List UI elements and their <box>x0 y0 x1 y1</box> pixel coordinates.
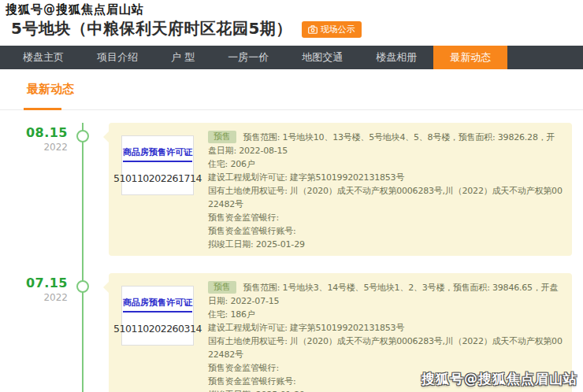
main-nav: 楼盘主页 项目介绍 户 型 一房一价 地图交通 楼盘相册 最新动态 <box>0 46 583 69</box>
presale-certificate: 商品房预售许可证 510110202260314 <box>121 286 194 346</box>
entry-date: 08.15 2022 <box>0 125 68 153</box>
card-arrow <box>103 282 109 293</box>
presale-badge: 预售 <box>208 131 236 143</box>
card-arrow <box>103 131 109 142</box>
timeline-entry: 08.15 2022 商品房预售许可证 510110202261714 预售预售… <box>0 123 583 256</box>
page-title: 5号地块（中粮保利天府时区花园5期） <box>11 18 292 39</box>
presale-badge: 预售 <box>208 281 236 294</box>
residence-line: 住宅: 206户 <box>208 157 563 171</box>
onsite-publicity-label: 现场公示 <box>321 24 355 35</box>
entry-date-year: 2022 <box>0 292 68 303</box>
entry-date: 07.15 2022 <box>0 276 68 303</box>
presale-range-line: 预售预售范围: 1号地块3、14号楼、5号地块1、2、3号楼，预售面积: 398… <box>208 281 563 308</box>
entry-date-year: 2022 <box>0 142 68 153</box>
presale-range-text: 预售范围: 1号地块10、13号楼、5号地块4、5、8号楼，预售面积: 3982… <box>208 132 555 156</box>
presale-certificate: 商品房预售许可证 510110202261714 <box>121 135 194 195</box>
planning-permit-line: 建设工程规划许可证: 建字第510199202131853号 <box>208 321 563 335</box>
nav-item-home[interactable]: 楼盘主页 <box>6 46 80 69</box>
certificate-number: 510110202261714 <box>111 172 204 184</box>
section-divider <box>0 109 583 110</box>
presale-range-line: 预售预售范围: 1号地块10、13号楼、5号地块4、5、8号楼，预售面积: 39… <box>208 131 563 157</box>
nav-item-intro[interactable]: 项目介绍 <box>80 46 154 69</box>
land-cert-line: 国有土地使用权证号: 川（2020）成天不动产权第0006283号,川（2022… <box>208 335 563 361</box>
timeline-node-icon <box>76 130 89 142</box>
onsite-publicity-badge[interactable]: 现场公示 <box>302 21 362 38</box>
entry-date-day: 08.15 <box>0 125 68 140</box>
presale-range-text: 预售范围: 1号地块3、14号楼、5号地块1、2、3号楼，预售面积: 39846… <box>208 283 558 306</box>
bank-account-line: 预售资金监管银行账号: <box>208 224 563 238</box>
nav-item-floorplan[interactable]: 户 型 <box>154 46 211 69</box>
nav-item-album[interactable]: 楼盘相册 <box>359 46 433 69</box>
section-header: 最新动态 <box>0 69 583 110</box>
nav-item-latest-news[interactable]: 最新动态 <box>433 46 507 69</box>
timeline: 08.15 2022 商品房预售许可证 510110202261714 预售预售… <box>0 123 583 392</box>
watermark-top: 搜狐号@搜狐焦点眉山站 <box>6 2 144 17</box>
camera-icon <box>308 25 317 34</box>
residence-line: 住宅: 186户 <box>208 308 563 321</box>
section-title: 最新动态 <box>24 82 77 97</box>
presale-details: 预售预售范围: 1号地块10、13号楼、5号地块4、5、8号楼，预售面积: 39… <box>208 131 563 251</box>
presale-card: 商品房预售许可证 510110202261714 预售预售范围: 1号地块10、… <box>109 123 572 256</box>
section-accent-bar <box>24 108 61 110</box>
watermark-bottom: 搜狐号@搜狐焦点眉山站 <box>421 370 577 388</box>
certificate-title: 商品房预售许可证 <box>123 297 192 312</box>
certificate-title: 商品房预售许可证 <box>123 146 192 162</box>
nav-item-price[interactable]: 一房一价 <box>211 46 285 69</box>
planning-permit-line: 建设工程规划许可证: 建字第510199202131853号 <box>208 171 563 184</box>
bank-line: 预售资金监管银行: <box>208 211 563 224</box>
certificate-number: 510110202260314 <box>111 323 204 335</box>
entry-date-day: 07.15 <box>0 276 68 290</box>
land-cert-line: 国有土地使用权证号: 川（2020）成天不动产权第0006283号,川（2022… <box>208 184 563 211</box>
timeline-node-icon <box>76 280 89 293</box>
completion-line: 拟竣工日期: 2025-01-29 <box>208 238 563 251</box>
completion-line: 拟竣工日期: 2025-01-29 <box>208 388 563 392</box>
nav-item-map[interactable]: 地图交通 <box>285 46 359 69</box>
